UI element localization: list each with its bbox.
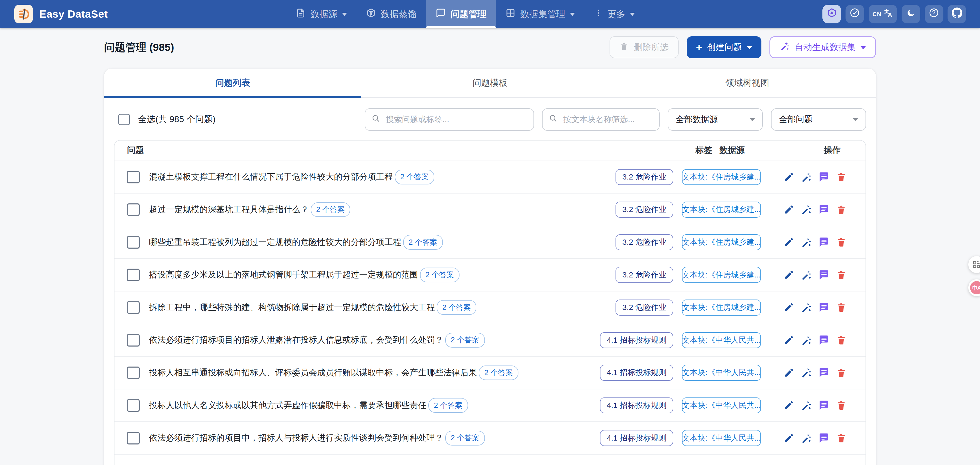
row-checkbox[interactable] xyxy=(127,432,140,444)
row-checkbox[interactable] xyxy=(127,366,140,379)
source-chip[interactable]: 文本块:《中华人民共... xyxy=(682,398,761,414)
nav-item-grid[interactable]: 数据集管理 xyxy=(496,0,584,28)
floating-translate-widget[interactable]: 中A xyxy=(968,279,980,296)
chunk-filter-box[interactable] xyxy=(542,108,660,131)
source-chip[interactable]: 文本块:《住房城乡建... xyxy=(682,201,761,218)
tag-chip[interactable]: 4.1 招标投标规则 xyxy=(600,398,673,414)
brand[interactable]: Easy DataSet xyxy=(14,5,108,23)
row-checkbox[interactable] xyxy=(127,334,140,347)
wand-icon[interactable] xyxy=(800,236,812,248)
delete-icon[interactable] xyxy=(836,171,847,183)
github-button[interactable] xyxy=(948,5,966,23)
answer-count-badge[interactable]: 2 个答案 xyxy=(445,333,485,348)
wand-icon[interactable] xyxy=(800,269,812,281)
dark-mode-button[interactable] xyxy=(902,5,920,23)
delete-icon[interactable] xyxy=(836,400,847,411)
tag-chip[interactable]: 3.2 危险作业 xyxy=(616,267,673,283)
tag-chip[interactable]: 4.1 招标投标规则 xyxy=(600,365,673,381)
wand-icon[interactable] xyxy=(800,204,812,215)
delete-selected-button[interactable]: 删除所选 xyxy=(609,36,679,58)
answer-count-badge[interactable]: 2 个答案 xyxy=(437,300,476,315)
search-questions-input[interactable] xyxy=(385,114,527,125)
task-status-button[interactable] xyxy=(846,5,864,23)
auto-generate-dataset-button[interactable]: 自动生成数据集 xyxy=(770,36,876,58)
row-checkbox[interactable] xyxy=(127,236,140,249)
tab-2[interactable]: 领域树视图 xyxy=(619,69,876,97)
chat-square-icon[interactable] xyxy=(818,433,829,444)
wand-icon[interactable] xyxy=(800,433,812,444)
tag-chip[interactable]: 3.2 危险作业 xyxy=(616,169,673,185)
tab-0[interactable]: 问题列表 xyxy=(104,69,361,97)
nav-item-document[interactable]: 数据源 xyxy=(286,0,356,28)
chat-square-icon[interactable] xyxy=(818,269,829,281)
datasource-filter-dropdown[interactable]: 全部数据源 xyxy=(668,108,763,131)
nav-item-distill[interactable]: 数据蒸馏 xyxy=(356,0,426,28)
chat-square-icon[interactable] xyxy=(818,171,829,183)
wand-icon[interactable] xyxy=(800,302,812,313)
search-questions-box[interactable] xyxy=(365,108,534,131)
source-chip[interactable]: 文本块:《中华人民共... xyxy=(682,332,761,348)
select-all-row[interactable]: 全选(共 985 个问题) xyxy=(118,113,215,125)
edit-icon[interactable] xyxy=(783,171,794,183)
wand-icon[interactable] xyxy=(800,400,812,411)
row-checkbox[interactable] xyxy=(127,399,140,412)
delete-icon[interactable] xyxy=(836,433,847,444)
row-checkbox[interactable] xyxy=(127,301,140,314)
row-checkbox[interactable] xyxy=(127,203,140,216)
edit-icon[interactable] xyxy=(783,335,794,346)
row-checkbox[interactable] xyxy=(127,268,140,281)
answer-count-badge[interactable]: 2 个答案 xyxy=(479,366,519,380)
chat-square-icon[interactable] xyxy=(818,335,829,346)
language-button[interactable]: CN xyxy=(869,5,897,23)
answer-count-badge[interactable]: 2 个答案 xyxy=(428,398,468,413)
edit-icon[interactable] xyxy=(783,236,794,248)
nav-item-chat-bubble[interactable]: 问题管理 xyxy=(426,0,496,28)
wand-icon[interactable] xyxy=(800,171,812,183)
chunk-filter-input[interactable] xyxy=(562,114,653,125)
source-chip[interactable]: 文本块:《中华人民共... xyxy=(682,365,761,381)
answer-count-badge[interactable]: 2 个答案 xyxy=(403,235,443,250)
question-filter-dropdown[interactable]: 全部问题 xyxy=(771,108,866,131)
delete-icon[interactable] xyxy=(836,269,847,281)
source-chip[interactable]: 文本块:《中华人民共... xyxy=(682,430,761,446)
answer-count-badge[interactable]: 2 个答案 xyxy=(395,169,434,184)
wand-icon[interactable] xyxy=(800,367,812,378)
chat-square-icon[interactable] xyxy=(818,302,829,313)
tag-chip[interactable]: 3.2 危险作业 xyxy=(616,299,673,316)
delete-icon[interactable] xyxy=(836,367,847,378)
source-chip[interactable]: 文本块:《住房城乡建... xyxy=(682,234,761,251)
answer-count-badge[interactable]: 2 个答案 xyxy=(420,268,460,282)
edit-icon[interactable] xyxy=(783,400,794,411)
select-all-checkbox[interactable] xyxy=(118,114,130,125)
delete-icon[interactable] xyxy=(836,204,847,215)
floating-qr-widget[interactable] xyxy=(968,256,980,273)
source-chip[interactable]: 文本块:《住房城乡建... xyxy=(682,267,761,283)
chat-square-icon[interactable] xyxy=(818,236,829,248)
help-button[interactable] xyxy=(925,5,943,23)
source-chip[interactable]: 文本块:《住房城乡建... xyxy=(682,299,761,316)
edit-icon[interactable] xyxy=(783,367,794,378)
edit-icon[interactable] xyxy=(783,433,794,444)
edit-icon[interactable] xyxy=(783,204,794,215)
source-chip[interactable]: 文本块:《住房城乡建... xyxy=(682,169,761,185)
nav-item-more-dots[interactable]: 更多 xyxy=(584,0,644,28)
delete-icon[interactable] xyxy=(836,335,847,346)
chat-square-icon[interactable] xyxy=(818,400,829,411)
tab-1[interactable]: 问题模板 xyxy=(361,69,619,97)
delete-icon[interactable] xyxy=(836,302,847,313)
model-select-button[interactable] xyxy=(822,5,841,23)
chat-square-icon[interactable] xyxy=(818,204,829,215)
wand-icon[interactable] xyxy=(800,335,812,346)
create-question-button[interactable]: + 创建问题 xyxy=(687,36,762,58)
tag-chip[interactable]: 3.2 危险作业 xyxy=(616,234,673,251)
tag-chip[interactable]: 4.1 招标投标规则 xyxy=(600,430,673,446)
edit-icon[interactable] xyxy=(783,269,794,281)
row-checkbox[interactable] xyxy=(127,171,140,184)
tag-chip[interactable]: 4.1 招标投标规则 xyxy=(600,332,673,348)
answer-count-badge[interactable]: 2 个答案 xyxy=(445,431,485,446)
chat-square-icon[interactable] xyxy=(818,367,829,378)
answer-count-badge[interactable]: 2 个答案 xyxy=(311,202,350,217)
delete-icon[interactable] xyxy=(836,236,847,248)
tag-chip[interactable]: 3.2 危险作业 xyxy=(616,201,673,218)
edit-icon[interactable] xyxy=(783,302,794,313)
